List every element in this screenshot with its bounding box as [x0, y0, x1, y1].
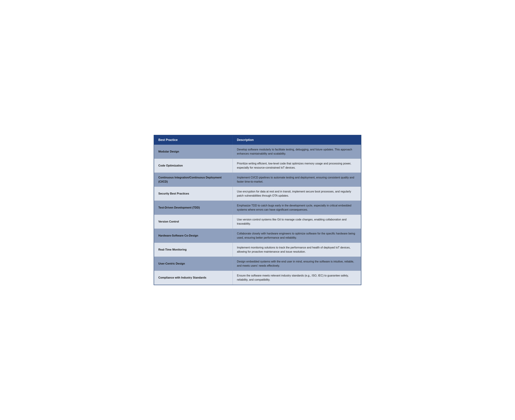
- description-cell: Use encryption for data at rest and in t…: [233, 187, 361, 201]
- table-row: User-Centric DesignDesign embedded syste…: [154, 257, 361, 271]
- practice-cell: Modular Design: [154, 145, 233, 159]
- best-practices-table: Best Practice Description Modular Design…: [154, 135, 361, 285]
- table-row: Security Best PracticesUse encryption fo…: [154, 187, 361, 201]
- description-cell: Emphasize TDD to catch bugs early in the…: [233, 201, 361, 215]
- practice-cell: Continuous Integration/Continuous Deploy…: [154, 173, 233, 187]
- table-row: Code OptimizationPrioritize writing effi…: [154, 159, 361, 173]
- practice-cell: Security Best Practices: [154, 187, 233, 201]
- table-row: Real-Time MonitoringImplement monitoring…: [154, 243, 361, 257]
- table-row: Compliance with Industry StandardsEnsure…: [154, 271, 361, 285]
- description-cell: Prioritize writing efficient, low-level …: [233, 159, 361, 173]
- table-row: Hardware-Software Co-DesignCollaborate c…: [154, 229, 361, 243]
- practice-cell: Version Control: [154, 215, 233, 229]
- table-row: Continuous Integration/Continuous Deploy…: [154, 173, 361, 187]
- practice-cell: User-Centric Design: [154, 257, 233, 271]
- practice-cell: Test-Driven Development (TDD): [154, 201, 233, 215]
- description-cell: Develop software modularly to facilitate…: [233, 145, 361, 159]
- practice-cell: Hardware-Software Co-Design: [154, 229, 233, 243]
- header-practice-cell: Best Practice: [154, 135, 233, 145]
- description-cell: Ensure the software meets relevant indus…: [233, 271, 361, 285]
- description-cell: Use version control systems like Git to …: [233, 215, 361, 229]
- description-cell: Implement monitoring solutions to track …: [233, 243, 361, 257]
- description-cell: Implement CI/CD pipelines to automate te…: [233, 173, 361, 187]
- header-description-label: Description: [237, 138, 254, 142]
- table-row: Version ControlUse version control syste…: [154, 215, 361, 229]
- practice-cell: Code Optimization: [154, 159, 233, 173]
- table-row: Test-Driven Development (TDD)Emphasize T…: [154, 201, 361, 215]
- header-description-cell: Description: [233, 135, 361, 145]
- description-cell: Design embedded systems with the end use…: [233, 257, 361, 271]
- practice-cell: Real-Time Monitoring: [154, 243, 233, 257]
- table-header-row: Best Practice Description: [154, 135, 361, 145]
- table-row: Modular DesignDevelop software modularly…: [154, 145, 361, 159]
- header-practice-label: Best Practice: [158, 138, 178, 142]
- practice-cell: Compliance with Industry Standards: [154, 271, 233, 285]
- description-cell: Collaborate closely with hardware engine…: [233, 229, 361, 243]
